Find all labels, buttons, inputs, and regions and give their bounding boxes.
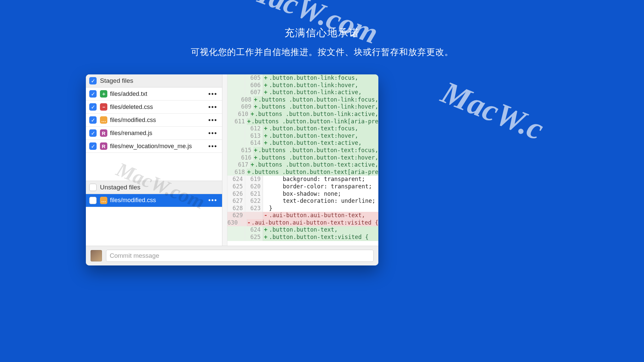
- line-number-new: 615: [240, 147, 254, 154]
- file-checkbox[interactable]: ✓: [89, 116, 97, 124]
- diff-sign: +: [263, 89, 268, 96]
- diff-line[interactable]: 608+.buttons .button.button-link:focus,: [227, 96, 378, 104]
- diff-sign: +: [263, 132, 268, 140]
- diff-line[interactable]: 614+.button.button-text:active,: [227, 139, 378, 147]
- line-number-new: 607: [245, 89, 263, 96]
- staged-checkbox-all[interactable]: ✓: [89, 77, 97, 84]
- line-number-old: [227, 147, 240, 154]
- line-number-new: 606: [245, 82, 263, 89]
- diff-sign: +: [263, 226, 268, 234]
- diff-line[interactable]: 605+.button.button-link:focus,: [227, 74, 378, 82]
- diff-code: box-shadow: none;: [268, 190, 378, 198]
- diff-sign: +: [247, 169, 251, 176]
- file-row[interactable]: …files/modified.css•••: [86, 194, 222, 207]
- line-number-old: [227, 234, 245, 241]
- line-number-old: [227, 118, 234, 125]
- diff-code: .button.button-text:focus,: [268, 125, 378, 132]
- diff-code: .button.button-text:visited {: [268, 234, 378, 241]
- commit-bar: [86, 246, 378, 265]
- diff-sign: [263, 205, 268, 212]
- diff-sign: +: [263, 139, 268, 147]
- more-icon[interactable]: •••: [208, 142, 219, 150]
- diff-line[interactable]: 617+.buttons .button.button-text:active,: [227, 161, 378, 169]
- file-status-mod-icon: …: [100, 197, 107, 204]
- diff-code: background: transparent;: [268, 176, 378, 183]
- file-row[interactable]: ✓＋files/added.txt•••: [86, 87, 222, 101]
- diff-line[interactable]: 625620 border-color: transparent;: [227, 183, 378, 190]
- diff-line[interactable]: 630-.aui-button.aui-button-text:visited …: [227, 219, 378, 227]
- unstaged-files-header[interactable]: Unstaged files: [86, 181, 222, 194]
- diff-code: .aui-button.aui-button-text:visited {: [251, 219, 378, 227]
- line-number-old: [227, 154, 240, 162]
- line-number-new: 622: [245, 197, 263, 205]
- diff-line[interactable]: 607+.button.button-link:active,: [227, 89, 378, 96]
- line-number-new: 624: [245, 226, 263, 234]
- diff-code: .button.button-link:active,: [268, 89, 378, 96]
- diff-sign: +: [254, 103, 258, 111]
- diff-line[interactable]: 615+.buttons .button.button-text:focus,: [227, 147, 378, 154]
- diff-line[interactable]: 629-.aui-button.aui-button-text,: [227, 212, 378, 219]
- line-number-old: 624: [227, 176, 245, 183]
- file-row[interactable]: ✓Rfiles/renamed.js•••: [86, 127, 222, 140]
- file-name: files/renamed.js: [110, 130, 208, 137]
- line-number-old: [227, 74, 245, 82]
- line-number-new: 605: [245, 74, 263, 82]
- file-checkbox[interactable]: ✓: [89, 129, 97, 137]
- diff-line[interactable]: 618+.buttons .button.button-text[aria-pr…: [227, 169, 378, 176]
- unstaged-checkbox-all[interactable]: [89, 184, 97, 191]
- file-checkbox[interactable]: ✓: [89, 90, 97, 98]
- diff-sign: +: [247, 118, 251, 125]
- line-number-old: 625: [227, 183, 245, 190]
- line-number-old: [227, 96, 240, 104]
- more-icon[interactable]: •••: [208, 116, 219, 124]
- line-number-new: 610: [238, 111, 251, 118]
- diff-line[interactable]: 627622 text-decoration: underline;: [227, 197, 378, 205]
- page-subtitle: 可视化您的工作并自信地推进。按文件、块或行暂存和放弃更改。: [0, 46, 644, 58]
- line-number-old: [227, 169, 234, 176]
- more-icon[interactable]: •••: [208, 129, 219, 137]
- diff-line[interactable]: 609+.buttons .button.button-link:hover,: [227, 103, 378, 111]
- line-number-new: [240, 219, 247, 227]
- diff-sign: +: [251, 161, 254, 169]
- diff-code: .button.button-text:hover,: [268, 132, 378, 140]
- diff-code: .button.button-text,: [268, 226, 378, 234]
- more-icon[interactable]: •••: [208, 103, 219, 111]
- diff-line[interactable]: 612+.button.button-text:focus,: [227, 125, 378, 132]
- diff-sign: [263, 197, 268, 205]
- more-icon[interactable]: •••: [208, 90, 219, 98]
- diff-line[interactable]: 611+.buttons .button.button-link[aria-pr…: [227, 118, 378, 125]
- line-number-old: [227, 139, 245, 147]
- diff-line[interactable]: 616+.buttons .button.button-text:hover,: [227, 154, 378, 162]
- diff-sign: [263, 176, 268, 183]
- commit-message-input[interactable]: [106, 250, 374, 262]
- scrollbar[interactable]: [222, 74, 227, 246]
- diff-line[interactable]: 610+.buttons .button.button-link:active,: [227, 111, 378, 118]
- line-number-old: [227, 103, 240, 111]
- file-name: files/deleted.css: [110, 104, 208, 111]
- avatar[interactable]: [91, 250, 102, 261]
- diff-line[interactable]: 625+.button.button-text:visited {: [227, 234, 378, 241]
- staged-files-header[interactable]: ✓ Staged files: [86, 74, 222, 87]
- line-number-old: 629: [227, 212, 245, 219]
- diff-line[interactable]: 624+.button.button-text,: [227, 226, 378, 234]
- file-checkbox[interactable]: [89, 197, 97, 204]
- file-sidebar: ✓ Staged files ✓＋files/added.txt•••✓－fil…: [86, 74, 222, 246]
- diff-line[interactable]: 606+.button.button-link:hover,: [227, 82, 378, 89]
- line-number-old: [227, 132, 245, 140]
- diff-line[interactable]: 628623 }: [227, 205, 378, 212]
- file-name: files/added.txt: [110, 90, 208, 98]
- file-checkbox[interactable]: ✓: [89, 142, 97, 150]
- line-number-new: 618: [234, 169, 247, 176]
- file-status-deleted-icon: －: [100, 103, 107, 111]
- file-checkbox[interactable]: ✓: [89, 103, 97, 111]
- unstaged-files-label: Unstaged files: [100, 184, 140, 191]
- file-row[interactable]: ✓…files/modified.css•••: [86, 114, 222, 127]
- line-number-old: 627: [227, 197, 245, 205]
- more-icon[interactable]: •••: [208, 196, 219, 204]
- file-row[interactable]: ✓Rfiles/new_location/move_me.js•••: [86, 140, 222, 153]
- diff-line[interactable]: 624619 background: transparent;: [227, 176, 378, 183]
- file-row[interactable]: ✓－files/deleted.css•••: [86, 101, 222, 114]
- diff-viewer[interactable]: 605+.button.button-link:focus,606+.butto…: [227, 74, 378, 246]
- diff-line[interactable]: 613+.button.button-text:hover,: [227, 132, 378, 140]
- diff-line[interactable]: 626621 box-shadow: none;: [227, 190, 378, 198]
